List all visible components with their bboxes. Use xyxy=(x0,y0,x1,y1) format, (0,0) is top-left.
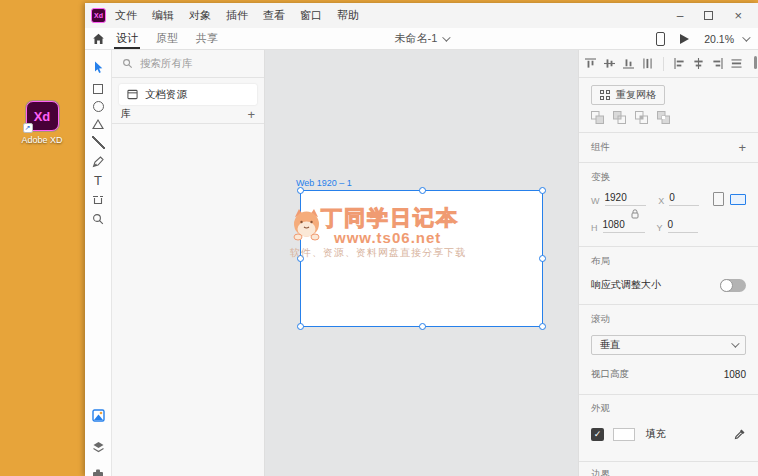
align-vertical-center-icon[interactable] xyxy=(604,58,615,69)
fill-color-swatch[interactable] xyxy=(613,428,635,441)
align-right-icon[interactable] xyxy=(712,58,723,69)
portrait-icon[interactable] xyxy=(713,192,724,206)
y-input[interactable]: 0 xyxy=(668,219,698,233)
landscape-icon[interactable] xyxy=(730,194,746,205)
watermark-title: 丁同学日记本 xyxy=(321,204,459,232)
resize-handle-se[interactable] xyxy=(539,323,546,330)
viewport-height-input[interactable]: 1080 xyxy=(724,369,746,380)
responsive-resize-toggle[interactable] xyxy=(720,279,746,292)
libraries-header-label: 库 xyxy=(121,107,131,121)
zoom-tool-button[interactable] xyxy=(85,210,111,228)
home-button[interactable] xyxy=(85,28,111,49)
viewport-height-row: 视口高度 1080 xyxy=(591,368,746,381)
resize-handle-sw[interactable] xyxy=(297,323,304,330)
tab-prototype[interactable]: 原型 xyxy=(154,28,180,49)
window-controls: – × xyxy=(677,11,742,21)
align-separator xyxy=(663,57,664,71)
triangle-icon xyxy=(92,119,104,129)
artboard-tool-button[interactable] xyxy=(85,191,111,209)
menu-edit[interactable]: 编辑 xyxy=(152,8,174,23)
xd-logo-icon: Xd xyxy=(91,8,106,23)
pen-tool-button[interactable] xyxy=(85,153,111,171)
layers-panel-button[interactable] xyxy=(85,438,111,456)
canvas[interactable]: Web 1920 – 1 xyxy=(265,50,578,476)
boolean-intersect-icon[interactable] xyxy=(635,111,648,124)
document-assets-icon xyxy=(127,89,138,100)
appearance-header: 外观 xyxy=(591,402,746,415)
shortcut-arrow-icon: ↗ xyxy=(23,123,33,133)
repeat-grid-button[interactable]: 重复网格 xyxy=(591,85,665,105)
play-preview-button[interactable] xyxy=(680,34,689,44)
text-tool-button[interactable]: T xyxy=(85,171,111,189)
menu-file[interactable]: 文件 xyxy=(115,8,137,23)
boolean-exclude-icon[interactable] xyxy=(657,111,670,124)
layout-header: 布局 xyxy=(591,255,746,268)
xd-app-icon: Xd ↗ xyxy=(26,101,59,131)
menu-plugins[interactable]: 插件 xyxy=(226,8,248,23)
artboard-label[interactable]: Web 1920 – 1 xyxy=(296,178,352,188)
component-header: 组件 xyxy=(591,141,610,154)
toggle-knob xyxy=(720,279,733,292)
eyedropper-icon[interactable] xyxy=(734,428,746,440)
rectangle-icon xyxy=(93,84,103,94)
plugins-panel-button[interactable] xyxy=(85,464,111,476)
width-input[interactable]: 1920 xyxy=(605,192,647,206)
zoom-level-control[interactable]: 20.1% xyxy=(704,33,748,45)
resize-handle-s[interactable] xyxy=(419,323,426,330)
preview-on-device-icon[interactable] xyxy=(656,32,665,46)
inspector-scrollbar[interactable] xyxy=(754,56,757,69)
polygon-tool-button[interactable] xyxy=(85,115,111,133)
toolbar: 设计 原型 共享 未命名-1 20.1% xyxy=(85,28,758,50)
menu-object[interactable]: 对象 xyxy=(189,8,211,23)
menu-view[interactable]: 查看 xyxy=(263,8,285,23)
orientation-buttons xyxy=(713,192,746,206)
resize-handle-n[interactable] xyxy=(419,187,426,194)
menu-help[interactable]: 帮助 xyxy=(337,8,359,23)
distribute-horizontal-icon[interactable] xyxy=(731,58,742,69)
menu-bar: 文件 编辑 对象 插件 查看 窗口 帮助 xyxy=(115,8,359,23)
desktop-shortcut-adobe-xd[interactable]: Xd ↗ Adobe XD xyxy=(13,101,71,145)
toolbar-right: 20.1% xyxy=(656,28,758,49)
magnifier-icon xyxy=(92,213,104,225)
resize-handle-ne[interactable] xyxy=(539,187,546,194)
minimize-button[interactable]: – xyxy=(677,11,684,21)
library-search-field[interactable]: 搜索所有库 xyxy=(112,50,264,78)
boolean-add-icon[interactable] xyxy=(591,111,604,124)
document-assets-item[interactable]: 文档资源 xyxy=(119,84,257,105)
close-button[interactable]: × xyxy=(734,11,742,21)
align-horizontal-center-icon[interactable] xyxy=(693,58,704,69)
tab-design[interactable]: 设计 xyxy=(114,28,140,49)
resize-handle-nw[interactable] xyxy=(297,187,304,194)
height-input[interactable]: 1080 xyxy=(603,219,645,233)
ellipse-tool-button[interactable] xyxy=(85,97,111,115)
select-tool-button[interactable] xyxy=(85,58,111,76)
align-left-icon[interactable] xyxy=(674,58,685,69)
align-top-icon[interactable] xyxy=(585,58,596,69)
distribute-vertical-icon[interactable] xyxy=(642,58,653,69)
layout-section: 布局 响应式调整大小 xyxy=(579,247,758,305)
width-label: W xyxy=(591,196,600,206)
transform-row-2: H 1080 Y 0 xyxy=(591,219,746,233)
titlebar: Xd 文件 编辑 对象 插件 查看 窗口 帮助 – × xyxy=(85,3,758,28)
align-bottom-icon[interactable] xyxy=(623,58,634,69)
home-icon xyxy=(92,33,105,45)
ellipse-icon xyxy=(93,101,104,112)
add-component-button[interactable]: + xyxy=(738,140,746,155)
property-inspector: 重复网格 组件 + 变换 W 1920 X xyxy=(578,50,758,476)
boolean-subtract-icon[interactable] xyxy=(613,111,626,124)
add-library-button[interactable]: + xyxy=(247,107,255,122)
text-tool-icon: T xyxy=(94,173,102,188)
resize-handle-e[interactable] xyxy=(539,255,546,262)
tab-share[interactable]: 共享 xyxy=(194,28,220,49)
grid-boolean-section: 重复网格 xyxy=(579,78,758,133)
fill-row: ✓ 填充 xyxy=(591,427,746,441)
line-tool-button[interactable] xyxy=(85,133,111,151)
maximize-button[interactable] xyxy=(704,11,713,20)
fill-checkbox[interactable]: ✓ xyxy=(591,428,604,441)
lock-aspect-button[interactable] xyxy=(631,209,639,221)
libraries-panel-button[interactable] xyxy=(85,406,111,424)
menu-window[interactable]: 窗口 xyxy=(300,8,322,23)
x-input[interactable]: 0 xyxy=(669,192,699,206)
rectangle-tool-button[interactable] xyxy=(85,80,111,98)
scroll-mode-dropdown[interactable]: 垂直 xyxy=(591,335,746,355)
